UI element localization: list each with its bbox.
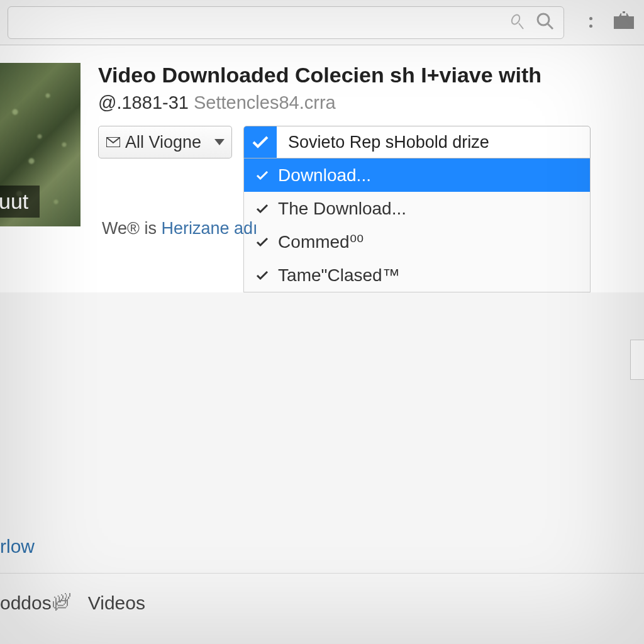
- menu-item-label: Tame"Clased™: [278, 265, 400, 286]
- menu-header[interactable]: Sovieto Rep sHobold drize: [243, 126, 591, 158]
- action-menu: Sovieto Rep sHobold drize Download... Th…: [243, 126, 591, 292]
- top-toolbar: [0, 0, 644, 45]
- check-icon: [255, 170, 269, 180]
- menu-list: Download... The Download... Commed⁰⁰: [243, 158, 591, 292]
- svg-line-3: [548, 24, 553, 29]
- check-icon: [255, 270, 269, 280]
- divider: [0, 573, 644, 574]
- desc-link[interactable]: Herizane adı: [161, 219, 257, 238]
- menu-item-commed[interactable]: Commed⁰⁰: [244, 225, 590, 258]
- menu-item-the-download[interactable]: The Download...: [244, 192, 590, 225]
- content-area: uut Video Downloaded Colecien sh I+viave…: [0, 45, 644, 292]
- category-dropdown[interactable]: All Viogne: [98, 126, 209, 158]
- description-line: We® is Herizane adı: [102, 219, 258, 238]
- check-icon: [255, 204, 269, 214]
- envelope-icon: [106, 137, 120, 147]
- dropdown-label: All Viogne: [125, 133, 201, 152]
- menu-item-label: Commed⁰⁰: [278, 231, 364, 252]
- dropdown-caret[interactable]: [207, 126, 232, 158]
- svg-point-2: [538, 14, 549, 25]
- subtitle-domain: Settencles84.crra: [189, 92, 336, 113]
- camera-icon[interactable]: [611, 11, 636, 34]
- desc-prefix: We® is: [102, 219, 161, 238]
- menu-item-label: Download...: [278, 165, 371, 186]
- svg-line-1: [519, 23, 523, 29]
- search-icon[interactable]: [536, 12, 555, 33]
- video-title: Video Downloaded Colecien sh I+viave wit…: [98, 63, 644, 87]
- search-input-wrapper[interactable]: [8, 6, 564, 39]
- menu-item-tame-clased[interactable]: Tame"Clased™: [244, 258, 590, 292]
- thumb-label: uut: [0, 186, 40, 218]
- video-thumbnail[interactable]: uut: [0, 63, 80, 226]
- menu-item-download[interactable]: Download...: [244, 158, 590, 192]
- bottom-link[interactable]: rlow: [0, 536, 35, 557]
- bottom-tabs: oddos༗ Videos: [0, 592, 145, 614]
- subtitle-prefix: @.1881-31: [98, 92, 189, 113]
- svg-rect-4: [621, 13, 626, 16]
- menu-header-check: [244, 126, 277, 158]
- tab-oddos[interactable]: oddos༗: [0, 592, 70, 614]
- menu-item-label: The Download...: [278, 199, 406, 219]
- tab-videos[interactable]: Videos: [88, 592, 145, 614]
- right-panel-edge: [630, 340, 644, 380]
- more-icon[interactable]: [589, 17, 592, 28]
- menu-header-text: Sovieto Rep sHobold drize: [277, 126, 501, 158]
- mic-icon[interactable]: [511, 13, 525, 33]
- video-subtitle: @.1881-31 Settencles84.crra: [98, 92, 644, 113]
